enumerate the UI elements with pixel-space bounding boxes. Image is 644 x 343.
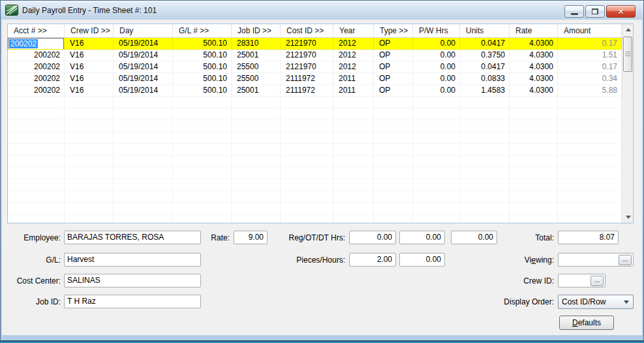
cell[interactable]: 0.3750 [460,50,510,61]
cell[interactable]: 500.10 [173,50,232,61]
cell[interactable]: 4.0300 [510,61,558,73]
titlebar[interactable]: Daily Payroll Entry - Time Sheet #: 101 … [1,1,643,20]
cell[interactable]: 200202 [8,50,65,61]
cell[interactable]: 1.51 [558,50,622,61]
cell[interactable]: 5.88 [558,85,622,97]
column-header[interactable]: Type >> [374,24,413,37]
column-header[interactable]: Day [114,24,173,37]
cell[interactable]: 200202 [8,38,65,50]
table-row[interactable]: 200202V1605/19/2014500.10250012111972201… [8,85,622,97]
column-header[interactable]: G/L # >> [173,24,232,37]
cell[interactable]: 0.00 [413,50,460,61]
cell[interactable]: 05/19/2014 [114,38,173,50]
cell[interactable]: 200202 [8,61,65,73]
cell[interactable]: 200202 [8,73,65,85]
table-row[interactable]: 200202V1605/19/2014500.10283102121970201… [8,38,622,50]
cell[interactable]: 4.0300 [510,73,558,85]
cell[interactable]: 25500 [232,61,281,73]
cell[interactable]: 500.10 [173,38,232,50]
cell[interactable]: OP [374,73,413,85]
job-id-field[interactable]: T H Raz [64,295,201,308]
cell[interactable]: 05/19/2014 [114,50,173,61]
cell[interactable]: 25500 [232,73,281,85]
cell[interactable]: 500.10 [173,85,232,97]
cell[interactable]: 0.17 [558,61,622,73]
cell[interactable]: 4.0300 [510,85,558,97]
cell[interactable]: V16 [65,50,114,61]
cell[interactable]: V16 [65,85,114,97]
column-header[interactable]: Crew ID >> [65,24,114,37]
employee-field[interactable]: BARAJAS TORRES, ROSA [64,231,201,244]
crew-id-browse-button[interactable]: ... [590,276,604,286]
cell[interactable]: 0.0417 [460,61,510,73]
scroll-up-button[interactable] [622,24,634,35]
cell[interactable]: 0.0417 [460,38,510,50]
cell[interactable]: 05/19/2014 [114,85,173,97]
cell[interactable]: 200202 [8,85,65,97]
defaults-button[interactable]: Defaults [559,316,614,330]
cell[interactable]: 2011 [333,73,374,85]
table-row[interactable]: 200202V1605/19/2014500.10255002111972201… [8,73,622,85]
column-header[interactable]: Units [460,24,510,37]
reg-hrs-field[interactable]: 0.00 [349,231,396,244]
cell[interactable]: 28310 [232,38,281,50]
column-header[interactable]: Job ID >> [232,24,281,37]
cell[interactable]: 0.34 [558,73,622,85]
cell[interactable]: OP [374,85,413,97]
cell[interactable]: 4.0300 [510,38,558,50]
grid-vertical-scrollbar[interactable] [622,24,633,223]
cell[interactable]: 25001 [232,85,281,97]
cell[interactable]: 2121970 [281,61,333,73]
cell[interactable]: 05/19/2014 [114,73,173,85]
rate-field[interactable]: 9.00 [234,231,268,244]
scroll-down-button[interactable] [622,212,634,223]
column-header[interactable]: Year [333,24,374,37]
column-header[interactable]: P/W Hrs [413,24,460,37]
pieces-field[interactable]: 2.00 [349,253,396,267]
cell[interactable]: 0.00 [413,85,460,97]
dt-hrs-field[interactable]: 0.00 [451,231,497,244]
close-button[interactable]: ✕ [606,5,636,18]
cell[interactable]: 4.0300 [510,50,558,61]
cell[interactable]: 1.4583 [460,85,510,97]
minimize-button[interactable] [564,5,584,18]
scrollbar-thumb[interactable] [623,37,632,72]
cell[interactable]: 2012 [333,38,374,50]
cell[interactable]: V16 [65,38,114,50]
hours-field[interactable]: 0.00 [399,253,445,267]
cell[interactable]: 2121970 [281,38,333,50]
crew-id-field[interactable]: ... [558,274,606,287]
cell[interactable]: 500.10 [173,61,232,73]
column-header[interactable]: Cost ID >> [281,24,333,37]
cell[interactable]: 0.00 [413,73,460,85]
cell[interactable]: 2012 [333,50,374,61]
column-header[interactable]: Acct # >> [8,24,65,37]
cell[interactable]: V16 [65,73,114,85]
column-header[interactable]: Amount [558,24,622,37]
display-order-select[interactable]: Cost ID/Row [558,295,634,309]
cell[interactable]: OP [374,38,413,50]
acct-edit-input[interactable]: 200202 [8,38,64,50]
cell[interactable]: V16 [65,61,114,73]
viewing-browse-button[interactable]: ... [619,255,632,265]
cell[interactable]: OP [374,50,413,61]
cell[interactable]: 0.0833 [460,73,510,85]
viewing-field[interactable]: ... [558,253,634,267]
cost-center-field[interactable]: SALINAS [64,274,201,287]
cell[interactable]: 0.00 [413,61,460,73]
cell[interactable]: 2012 [333,61,374,73]
cell[interactable]: 0.17 [558,38,622,50]
cell[interactable]: 0.00 [413,38,460,50]
table-row[interactable]: 200202V1605/19/2014500.10250012121970201… [8,50,622,61]
cell[interactable]: OP [374,61,413,73]
cell[interactable]: 05/19/2014 [114,61,173,73]
column-header[interactable]: Rate [510,24,558,37]
cell[interactable]: 500.10 [173,73,232,85]
cell[interactable]: 2011 [333,85,374,97]
table-row[interactable]: 200202V1605/19/2014500.10255002121970201… [8,61,622,73]
cell[interactable]: 2111972 [281,73,333,85]
cell[interactable]: 2111972 [281,85,333,97]
restore-button[interactable] [585,5,605,18]
ot-hrs-field[interactable]: 0.00 [399,231,445,244]
gl-field[interactable]: Harvest [64,253,201,267]
